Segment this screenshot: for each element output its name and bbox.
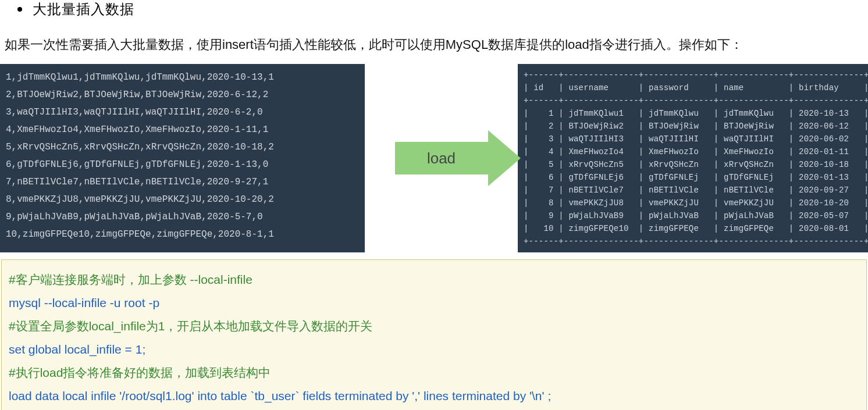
csv-data-block: 1,jdTmmKQlwu1,jdTmmKQlwu,jdTmmKQlwu,2020… xyxy=(0,64,365,252)
intro-paragraph: 如果一次性需要插入大批量数据，使用insert语句插入性能较低，此时可以使用My… xyxy=(0,36,868,54)
sql-codebox: #客户端连接服务端时，加上参数 --local-infile mysql --l… xyxy=(1,259,867,410)
code-line: load data local infile '/root/sql1.log' … xyxy=(9,384,859,408)
code-line: set global local_infile = 1; xyxy=(9,338,859,361)
bullet-icon xyxy=(17,7,22,12)
figure-row: 1,jdTmmKQlwu1,jdTmmKQlwu,jdTmmKQlwu,2020… xyxy=(0,64,868,252)
db-table-block: +------+---------------+--------------+-… xyxy=(518,64,868,252)
code-line: mysql --local-infile -u root -p xyxy=(9,291,859,315)
arrow-wrap: load xyxy=(365,64,518,252)
code-comment: #执行load指令将准备好的数据，加载到表结构中 xyxy=(9,361,859,384)
code-comment: #设置全局参数local_infile为1，开启从本地加载文件导入数据的开关 xyxy=(9,315,859,338)
load-arrow: load xyxy=(395,142,488,174)
code-comment: #客户端连接服务端时，加上参数 --local-infile xyxy=(9,268,859,291)
section-heading: 大批量插入数据 xyxy=(0,0,868,19)
heading-text: 大批量插入数据 xyxy=(33,0,134,19)
arrow-label: load xyxy=(427,149,456,167)
